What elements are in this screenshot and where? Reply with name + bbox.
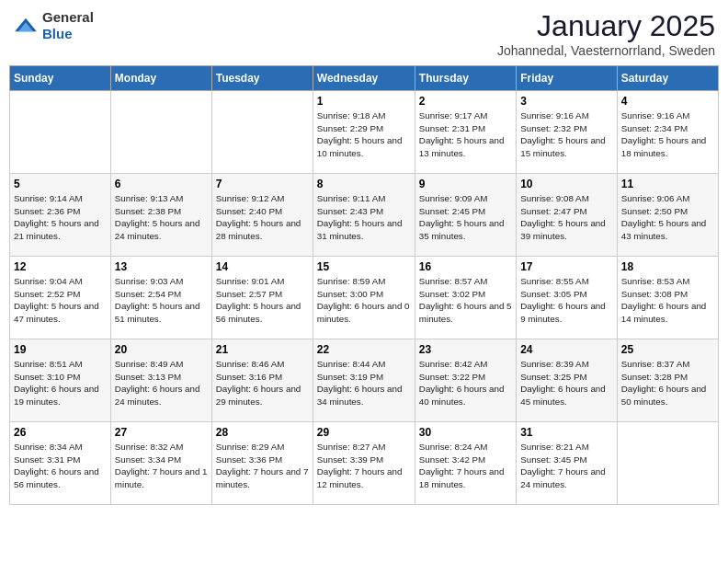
day-cell: 26Sunrise: 8:34 AM Sunset: 3:31 PM Dayli… — [10, 422, 111, 505]
logo-icon — [13, 17, 39, 35]
day-number: 7 — [216, 178, 309, 190]
day-number: 27 — [115, 426, 208, 439]
day-info: Sunrise: 8:55 AM Sunset: 3:05 PM Dayligh… — [520, 275, 613, 326]
day-info: Sunrise: 8:42 AM Sunset: 3:22 PM Dayligh… — [419, 358, 512, 408]
logo-general: General — [42, 9, 94, 25]
day-cell: 15Sunrise: 8:59 AM Sunset: 3:00 PM Dayli… — [313, 257, 415, 339]
day-number: 13 — [115, 260, 208, 273]
day-info: Sunrise: 9:06 AM Sunset: 2:50 PM Dayligh… — [621, 192, 714, 243]
day-info: Sunrise: 8:29 AM Sunset: 3:36 PM Dayligh… — [216, 441, 309, 491]
days-header-row: SundayMondayTuesdayWednesdayThursdayFrid… — [10, 66, 719, 91]
day-number: 15 — [317, 260, 411, 273]
day-header-wednesday: Wednesday — [313, 66, 415, 91]
day-info: Sunrise: 8:49 AM Sunset: 3:13 PM Dayligh… — [115, 358, 208, 408]
week-row-2: 5Sunrise: 9:14 AM Sunset: 2:36 PM Daylig… — [10, 174, 719, 257]
day-number: 29 — [317, 426, 411, 439]
logo-blue: Blue — [42, 26, 73, 41]
day-cell — [211, 91, 313, 174]
day-info: Sunrise: 9:04 AM Sunset: 2:52 PM Dayligh… — [14, 275, 107, 326]
day-info: Sunrise: 9:13 AM Sunset: 2:38 PM Dayligh… — [115, 192, 208, 243]
day-info: Sunrise: 9:03 AM Sunset: 2:54 PM Dayligh… — [115, 275, 208, 326]
day-info: Sunrise: 8:44 AM Sunset: 3:19 PM Dayligh… — [317, 358, 411, 408]
day-header-monday: Monday — [110, 66, 211, 91]
calendar-table: SundayMondayTuesdayWednesdayThursdayFrid… — [9, 65, 719, 505]
day-number: 30 — [419, 426, 512, 439]
day-info: Sunrise: 8:37 AM Sunset: 3:28 PM Dayligh… — [621, 358, 714, 408]
title-block: January 2025 Johannedal, Vaesternorrland… — [497, 9, 715, 58]
day-number: 22 — [317, 343, 411, 356]
day-header-friday: Friday — [517, 66, 618, 91]
day-number: 19 — [14, 343, 107, 356]
day-cell: 17Sunrise: 8:55 AM Sunset: 3:05 PM Dayli… — [517, 257, 618, 339]
day-number: 20 — [115, 343, 208, 356]
day-number: 11 — [621, 178, 714, 190]
day-cell: 7Sunrise: 9:12 AM Sunset: 2:40 PM Daylig… — [211, 174, 313, 257]
day-number: 16 — [419, 260, 512, 273]
day-cell — [10, 91, 111, 174]
day-info: Sunrise: 8:34 AM Sunset: 3:31 PM Dayligh… — [14, 441, 107, 491]
day-number: 26 — [14, 426, 107, 439]
day-number: 3 — [520, 95, 613, 108]
day-info: Sunrise: 8:51 AM Sunset: 3:10 PM Dayligh… — [14, 358, 107, 408]
day-info: Sunrise: 9:16 AM Sunset: 2:34 PM Dayligh… — [621, 109, 714, 160]
day-cell — [110, 91, 211, 174]
day-cell: 4Sunrise: 9:16 AM Sunset: 2:34 PM Daylig… — [617, 91, 718, 174]
day-number: 25 — [621, 343, 714, 356]
day-cell: 24Sunrise: 8:39 AM Sunset: 3:25 PM Dayli… — [517, 339, 618, 422]
day-cell: 12Sunrise: 9:04 AM Sunset: 2:52 PM Dayli… — [10, 257, 111, 339]
day-header-thursday: Thursday — [415, 66, 516, 91]
day-info: Sunrise: 9:08 AM Sunset: 2:47 PM Dayligh… — [520, 192, 613, 243]
day-info: Sunrise: 9:12 AM Sunset: 2:40 PM Dayligh… — [216, 192, 309, 243]
day-cell: 10Sunrise: 9:08 AM Sunset: 2:47 PM Dayli… — [517, 174, 618, 257]
day-number: 8 — [317, 178, 411, 190]
day-cell: 2Sunrise: 9:17 AM Sunset: 2:31 PM Daylig… — [415, 91, 516, 174]
page-header: General Blue January 2025 Johannedal, Va… — [9, 9, 719, 58]
day-number: 24 — [520, 343, 613, 356]
day-cell: 28Sunrise: 8:29 AM Sunset: 3:36 PM Dayli… — [211, 422, 313, 505]
day-cell: 21Sunrise: 8:46 AM Sunset: 3:16 PM Dayli… — [211, 339, 313, 422]
day-info: Sunrise: 9:01 AM Sunset: 2:57 PM Dayligh… — [216, 275, 309, 326]
day-number: 28 — [216, 426, 309, 439]
day-info: Sunrise: 8:59 AM Sunset: 3:00 PM Dayligh… — [317, 275, 411, 326]
day-info: Sunrise: 8:21 AM Sunset: 3:45 PM Dayligh… — [520, 441, 613, 491]
logo: General Blue — [13, 9, 94, 42]
day-number: 31 — [520, 426, 613, 439]
day-number: 5 — [14, 178, 107, 190]
day-cell: 11Sunrise: 9:06 AM Sunset: 2:50 PM Dayli… — [617, 174, 718, 257]
day-cell: 6Sunrise: 9:13 AM Sunset: 2:38 PM Daylig… — [110, 174, 211, 257]
day-cell: 30Sunrise: 8:24 AM Sunset: 3:42 PM Dayli… — [415, 422, 516, 505]
day-number: 18 — [621, 260, 714, 273]
day-number: 9 — [419, 178, 512, 190]
day-number: 2 — [419, 95, 512, 108]
day-info: Sunrise: 8:24 AM Sunset: 3:42 PM Dayligh… — [419, 441, 512, 491]
week-row-3: 12Sunrise: 9:04 AM Sunset: 2:52 PM Dayli… — [10, 257, 719, 339]
day-cell: 31Sunrise: 8:21 AM Sunset: 3:45 PM Dayli… — [517, 422, 618, 505]
week-row-4: 19Sunrise: 8:51 AM Sunset: 3:10 PM Dayli… — [10, 339, 719, 422]
day-cell — [617, 422, 718, 505]
day-cell: 8Sunrise: 9:11 AM Sunset: 2:43 PM Daylig… — [313, 174, 415, 257]
day-cell: 23Sunrise: 8:42 AM Sunset: 3:22 PM Dayli… — [415, 339, 516, 422]
day-number: 17 — [520, 260, 613, 273]
day-number: 1 — [317, 95, 411, 108]
day-cell: 9Sunrise: 9:09 AM Sunset: 2:45 PM Daylig… — [415, 174, 516, 257]
week-row-5: 26Sunrise: 8:34 AM Sunset: 3:31 PM Dayli… — [10, 422, 719, 505]
month-title: January 2025 — [497, 9, 715, 43]
day-cell: 18Sunrise: 8:53 AM Sunset: 3:08 PM Dayli… — [617, 257, 718, 339]
day-header-saturday: Saturday — [617, 66, 718, 91]
day-number: 23 — [419, 343, 512, 356]
day-info: Sunrise: 9:18 AM Sunset: 2:29 PM Dayligh… — [317, 109, 411, 160]
day-info: Sunrise: 8:57 AM Sunset: 3:02 PM Dayligh… — [419, 275, 512, 326]
day-cell: 5Sunrise: 9:14 AM Sunset: 2:36 PM Daylig… — [10, 174, 111, 257]
location: Johannedal, Vaesternorrland, Sweden — [497, 43, 715, 58]
day-cell: 16Sunrise: 8:57 AM Sunset: 3:02 PM Dayli… — [415, 257, 516, 339]
day-info: Sunrise: 8:46 AM Sunset: 3:16 PM Dayligh… — [216, 358, 309, 408]
day-info: Sunrise: 9:16 AM Sunset: 2:32 PM Dayligh… — [520, 109, 613, 160]
day-cell: 19Sunrise: 8:51 AM Sunset: 3:10 PM Dayli… — [10, 339, 111, 422]
day-info: Sunrise: 9:17 AM Sunset: 2:31 PM Dayligh… — [419, 109, 512, 160]
day-cell: 25Sunrise: 8:37 AM Sunset: 3:28 PM Dayli… — [617, 339, 718, 422]
week-row-1: 1Sunrise: 9:18 AM Sunset: 2:29 PM Daylig… — [10, 91, 719, 174]
day-cell: 13Sunrise: 9:03 AM Sunset: 2:54 PM Dayli… — [110, 257, 211, 339]
day-info: Sunrise: 8:39 AM Sunset: 3:25 PM Dayligh… — [520, 358, 613, 408]
day-number: 14 — [216, 260, 309, 273]
day-number: 21 — [216, 343, 309, 356]
